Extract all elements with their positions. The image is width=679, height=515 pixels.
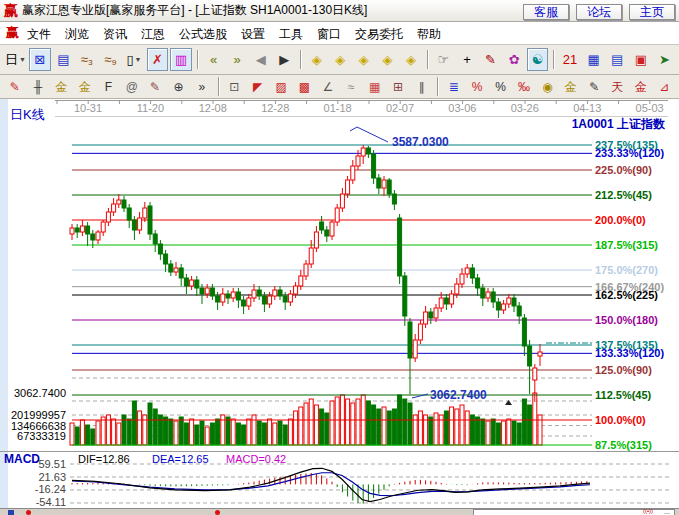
toolbar-separator (300, 50, 301, 69)
menu-item-工具[interactable]: 工具 (279, 27, 303, 41)
angle-lines-tool-icon[interactable]: ∠ (317, 77, 338, 97)
crosshair-tool-icon[interactable]: + (456, 48, 478, 71)
candle-body (361, 148, 365, 156)
volume-bar (153, 409, 157, 445)
broadcast-icon: ((•)) (643, 508, 653, 514)
fibonacci-tool-icon[interactable]: F (98, 77, 119, 97)
gold-grid-1-icon[interactable]: 金 (51, 77, 72, 97)
menu-item-设置[interactable]: 设置 (241, 27, 265, 41)
menu-item-浏览[interactable]: 浏览 (65, 27, 89, 41)
fan-tool-icon[interactable]: ◤ (247, 77, 268, 97)
minute-3-icon[interactable]: ≈₃ (76, 48, 98, 71)
percent-strike-tool-icon[interactable]: % (466, 77, 487, 97)
titlebar-button-3[interactable]: 主页 (629, 4, 675, 20)
gold-circle-tool-icon[interactable]: ◉ (537, 77, 558, 97)
hatch-box-tool-icon[interactable]: ▨ (270, 77, 291, 97)
kline-type-icon[interactable]: 日▼ (4, 48, 27, 71)
gann-level-label: 150.0%(180) (595, 314, 658, 326)
zoom-diamond-1-icon[interactable]: ◈ (306, 48, 328, 71)
gold-line-tool-icon[interactable]: 金 (560, 77, 581, 97)
zoom-diamond-3-icon[interactable]: ◈ (353, 48, 375, 71)
ink-pen-tool-icon[interactable]: ✎ (584, 77, 605, 97)
grid-arrow-tool-icon[interactable]: ⊞ (387, 77, 408, 97)
volume-bar (200, 421, 204, 445)
zoom-diamond-4-icon[interactable]: ◈ (377, 48, 399, 71)
gann-level-label: 87.5%(315) (595, 439, 652, 451)
volume-bar (496, 423, 500, 445)
info-panel-icon[interactable]: ▤ (53, 48, 75, 71)
volume-bar (382, 407, 386, 445)
status-blue-icon (8, 510, 14, 515)
candle-body (465, 268, 469, 274)
calendar-21-icon[interactable]: 21 (559, 48, 581, 71)
gann-level-label: 112.5%(45) (595, 389, 652, 401)
ray-box-tool-icon[interactable]: ▩ (294, 77, 315, 97)
gold-grid-2-icon[interactable]: 金 (74, 77, 95, 97)
menu-item-窗口[interactable]: 窗口 (317, 27, 341, 41)
flower-tool-icon[interactable]: ✿ (503, 48, 525, 71)
candle-body (325, 230, 329, 236)
figure-tool-icon[interactable]: ✗ (147, 48, 169, 71)
percent-tool-icon[interactable]: % (490, 77, 511, 97)
spiral-tool-icon[interactable]: @ (121, 77, 142, 97)
menu-item-帮助[interactable]: 帮助 (417, 27, 441, 41)
macd-axis-label: -16.24 (35, 483, 66, 495)
gann-level-label: 225.0%(90) (595, 164, 652, 176)
last-page-icon[interactable]: » (226, 48, 248, 71)
menu-item-交易委托[interactable]: 交易委托 (355, 27, 403, 41)
prev-bar-icon[interactable]: ◀ (250, 48, 272, 71)
save-disk-icon[interactable]: ▣ (630, 48, 652, 71)
parallel-lines-tool-icon[interactable]: ∥ (411, 77, 432, 97)
export-icon[interactable]: ➤ (654, 48, 676, 71)
macd-value-label: MACD=0.42 (226, 453, 286, 465)
menu-item-江恩[interactable]: 江恩 (141, 27, 165, 41)
hand-tool-icon[interactable]: ☞ (433, 48, 455, 71)
candle-body (335, 208, 339, 222)
angle-tool-icon[interactable]: ✎ (480, 48, 502, 71)
candle-body (179, 268, 183, 278)
volume-bar (273, 423, 277, 445)
grid-tool-icon[interactable]: ╫ (27, 77, 48, 97)
sky-wave-tool-icon[interactable]: 天 (607, 77, 628, 97)
volume-bar (164, 417, 168, 445)
titlebar-button-2[interactable]: 论坛 (576, 4, 622, 20)
red-grid-tool-icon[interactable]: ▦ (364, 77, 385, 97)
more-tools-icon[interactable]: » (191, 77, 212, 97)
permille-tool-icon[interactable]: ‰ (513, 77, 534, 97)
frame-tool-icon[interactable]: ⊡ (224, 77, 245, 97)
candle-body (320, 222, 324, 230)
menu-item-文件[interactable]: 文件 (27, 27, 51, 41)
pen-grid-tool-icon[interactable]: ✎ (144, 77, 165, 97)
first-page-icon[interactable]: « (203, 48, 225, 71)
j-angle-tool-icon[interactable]: ⊿ (654, 77, 675, 97)
volume-bar (195, 425, 199, 445)
notepad-icon[interactable]: ▤ (606, 48, 628, 71)
candle-body (346, 180, 350, 194)
menu-item-资讯[interactable]: 资讯 (103, 27, 127, 41)
candle-body (205, 288, 209, 294)
zoom-diamond-5-icon[interactable]: ◈ (400, 48, 422, 71)
gold-red-tool-icon[interactable]: 金 (630, 77, 651, 97)
zoom-diamond-2-icon[interactable]: ◈ (329, 48, 351, 71)
next-bar-icon[interactable]: ▶ (273, 48, 295, 71)
candle-body (268, 296, 272, 304)
volume-bar (304, 403, 308, 445)
calculator-icon[interactable]: ▦ (583, 48, 605, 71)
titlebar-button-1[interactable]: 客服 (523, 4, 569, 20)
candle-body (242, 300, 246, 306)
gann-brain-icon[interactable]: ☯ (527, 48, 549, 71)
circle-cross-tool-icon[interactable]: ⊕ (168, 77, 189, 97)
candle-style-icon[interactable]: ▯▼ (123, 48, 145, 71)
wave-tool-icon[interactable]: ≈ (341, 77, 362, 97)
minute-9-icon[interactable]: ≈₉ (100, 48, 122, 71)
volume-bar (86, 425, 90, 445)
menu-item-公式选股[interactable]: 公式选股 (179, 27, 227, 41)
candle-body (75, 228, 79, 232)
candle-body (533, 368, 537, 380)
color-chart-icon[interactable]: ▥ (170, 48, 192, 71)
pattern-view-icon[interactable]: ⊠ (29, 48, 51, 71)
ruler-chart-tool-icon[interactable]: ≣ (443, 77, 464, 97)
volume-bar (528, 405, 532, 445)
candle-body (195, 280, 199, 288)
brush-tool-icon[interactable]: ✎ (4, 77, 25, 97)
